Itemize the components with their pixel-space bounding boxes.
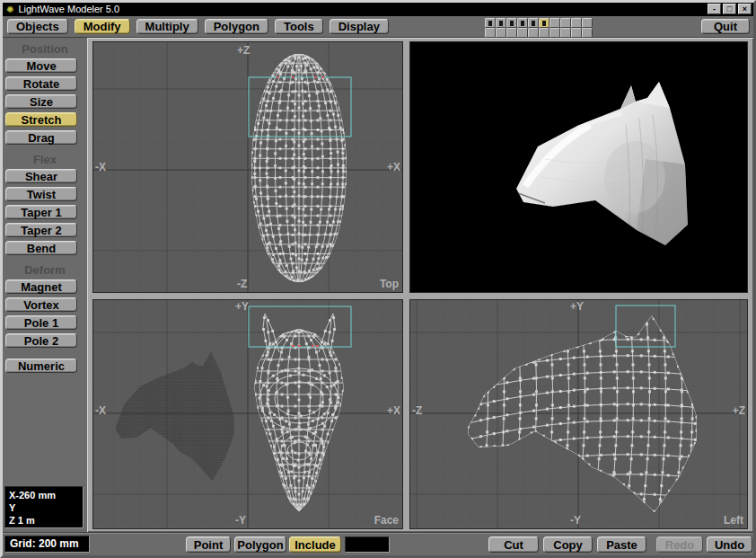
drag-button[interactable]: Drag <box>5 130 77 145</box>
axis-label: -Z <box>412 404 422 417</box>
left-view-wireframe <box>410 300 748 529</box>
tab-tools[interactable]: Tools <box>275 19 323 34</box>
twist-button[interactable]: Twist <box>5 187 77 201</box>
selection-info-display <box>345 536 390 553</box>
tool-state-mark <box>499 21 503 26</box>
bend-button[interactable]: Bend <box>5 241 77 255</box>
axis-label: +Y <box>235 300 249 313</box>
tool-state-mark <box>510 21 514 26</box>
redo-button[interactable]: Redo <box>656 536 703 553</box>
mini-tool-button[interactable] <box>485 28 496 38</box>
viewport-name: Top <box>380 278 399 290</box>
coord-y: Y <box>9 501 83 514</box>
maximize-icon[interactable]: □ <box>723 4 736 14</box>
tool-state-mark <box>521 21 524 26</box>
include-mode-button[interactable]: Include <box>289 536 341 553</box>
top-view-wireframe <box>93 42 403 293</box>
tab-display[interactable]: Display <box>330 19 389 34</box>
tool-sidebar: Position Move Rotate Size Stretch Drag F… <box>3 38 87 532</box>
viewport-left[interactable]: +Y -Z +Z -Y Left <box>409 299 748 529</box>
shaded-preview-horse-head <box>410 42 748 293</box>
mini-toolbar <box>485 18 593 38</box>
viewport-preview[interactable] <box>409 41 748 293</box>
mini-tool-button[interactable] <box>571 28 582 38</box>
numeric-button[interactable]: Numeric <box>5 359 77 373</box>
vortex-button[interactable]: Vortex <box>5 297 77 312</box>
coordinate-readout: X-260 mm Y Z 1 m <box>4 486 84 528</box>
viewport-face[interactable]: +Y -X +X -Y Face <box>92 299 403 529</box>
mini-tool-button[interactable] <box>485 18 496 28</box>
mini-tool-button[interactable] <box>506 18 517 28</box>
section-label-position: Position <box>3 43 87 55</box>
viewport-name: Face <box>374 514 399 527</box>
move-button[interactable]: Move <box>5 58 77 73</box>
coord-x: X-260 mm <box>9 489 83 501</box>
copy-button[interactable]: Copy <box>543 536 593 553</box>
title-bar: ✺ LightWave Modeler 5.0 - □ × <box>3 3 753 16</box>
pole2-button[interactable]: Pole 2 <box>5 333 77 348</box>
section-label-deform: Deform <box>3 264 87 276</box>
status-bar: Grid: 200 mm Point Polygon Include Cut C… <box>3 532 753 555</box>
quit-button[interactable]: Quit <box>701 19 750 34</box>
viewport-top[interactable]: +Z -X +X -Z Top <box>92 41 403 293</box>
point-mode-button[interactable]: Point <box>186 536 231 553</box>
close-icon[interactable]: × <box>738 4 752 14</box>
mini-tool-button[interactable] <box>582 18 593 28</box>
magnet-button[interactable]: Magnet <box>5 279 77 294</box>
rotate-button[interactable]: Rotate <box>5 76 77 91</box>
mini-tool-button[interactable] <box>549 18 560 28</box>
section-label-flex: Flex <box>3 154 87 165</box>
axis-label: +Y <box>570 300 584 313</box>
pole1-button[interactable]: Pole 1 <box>5 315 77 330</box>
grid-size-display: Grid: 200 mm <box>4 536 90 553</box>
window-title: LightWave Modeler 5.0 <box>18 4 119 14</box>
mini-tool-button[interactable] <box>582 28 593 38</box>
mini-tool-button[interactable] <box>539 28 549 38</box>
mini-tool-button[interactable] <box>539 18 549 28</box>
tool-state-mark <box>542 21 546 26</box>
menu-tabs: Objects Modify Multiply Polygon Tools Di… <box>7 19 389 34</box>
minimize-icon[interactable]: - <box>708 4 721 14</box>
axis-label: +X <box>387 161 400 173</box>
mini-tool-button[interactable] <box>560 28 571 38</box>
mini-tool-button[interactable] <box>528 28 539 38</box>
mini-tool-button[interactable] <box>506 28 517 38</box>
taper1-button[interactable]: Taper 1 <box>5 205 77 219</box>
tab-modify[interactable]: Modify <box>75 19 130 34</box>
mini-tool-button[interactable] <box>517 28 528 38</box>
tab-multiply[interactable]: Multiply <box>136 19 198 34</box>
axis-label: -Y <box>235 514 246 527</box>
cut-button[interactable]: Cut <box>488 536 539 553</box>
window-controls: - □ × <box>708 4 752 14</box>
axis-label: +X <box>387 404 400 417</box>
size-button[interactable]: Size <box>5 94 77 109</box>
mini-tool-button[interactable] <box>560 18 571 28</box>
axis-label: -Z <box>237 278 247 290</box>
tool-state-mark <box>488 21 492 26</box>
axis-label: +Z <box>237 44 250 57</box>
app-window: ✺ LightWave Modeler 5.0 - □ × Objects Mo… <box>0 0 756 558</box>
axis-label: +Z <box>733 404 745 417</box>
face-view-wireframe <box>93 300 403 529</box>
mini-tool-button[interactable] <box>496 28 506 38</box>
mini-tool-button[interactable] <box>496 18 506 28</box>
axis-label: -X <box>95 404 106 417</box>
stretch-button[interactable]: Stretch <box>5 112 77 127</box>
tab-polygon[interactable]: Polygon <box>205 19 268 34</box>
tool-state-mark <box>532 21 535 26</box>
axis-label: -Y <box>570 514 581 527</box>
undo-button[interactable]: Undo <box>707 536 752 553</box>
app-icon: ✺ <box>6 5 13 14</box>
viewport-name: Left <box>724 514 743 527</box>
shear-button[interactable]: Shear <box>5 169 77 183</box>
polygon-mode-button[interactable]: Polygon <box>234 536 286 553</box>
paste-button[interactable]: Paste <box>597 536 646 553</box>
tab-objects[interactable]: Objects <box>7 19 68 34</box>
taper2-button[interactable]: Taper 2 <box>5 223 77 237</box>
mini-tool-button[interactable] <box>528 18 539 28</box>
menu-bar: Objects Modify Multiply Polygon Tools Di… <box>3 16 753 38</box>
mini-tool-button[interactable] <box>517 18 528 28</box>
mini-tool-button[interactable] <box>549 28 560 38</box>
axis-label: -X <box>95 161 106 173</box>
mini-tool-button[interactable] <box>571 18 582 28</box>
